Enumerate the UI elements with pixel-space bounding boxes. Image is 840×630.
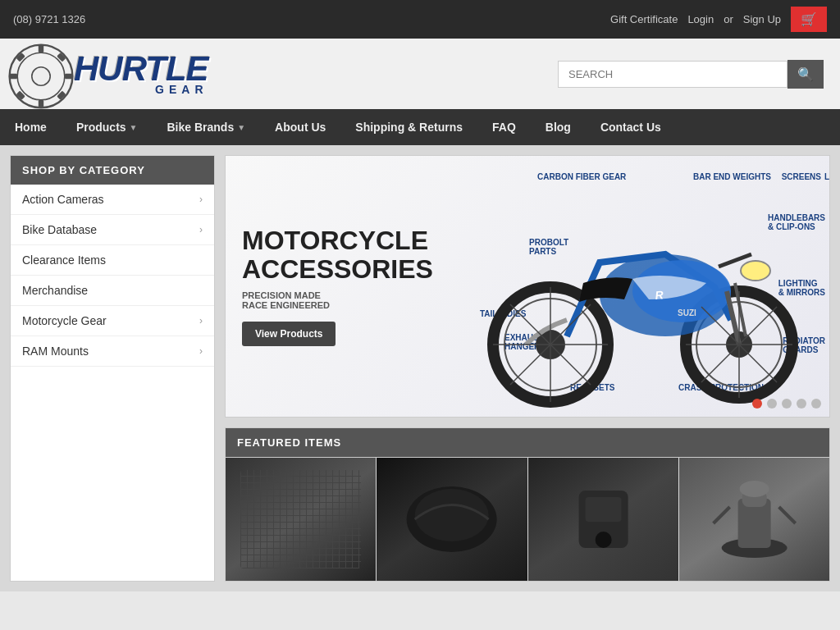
logo[interactable]: HURTLE GEAR bbox=[16, 52, 208, 96]
sidebar-item-bike-database[interactable]: Bike Database › bbox=[11, 215, 214, 245]
product-image-3 bbox=[528, 458, 678, 581]
phone-number: (08) 9721 1326 bbox=[13, 13, 85, 25]
chevron-icon-action-cameras: › bbox=[199, 194, 203, 205]
svg-point-22 bbox=[741, 261, 770, 281]
gear-icon bbox=[8, 43, 74, 109]
svg-line-43 bbox=[778, 507, 795, 523]
hero-slider: MOTORCYCLE ACCESSORIES PRECISION MADERAC… bbox=[225, 155, 830, 418]
slider-dots bbox=[752, 399, 821, 409]
logo-text: HURTLE bbox=[74, 52, 208, 86]
nav-blog[interactable]: Blog bbox=[531, 109, 586, 145]
dot-2[interactable] bbox=[767, 399, 777, 409]
content-area: SHOP BY CATEGORY Action Cameras › Bike D… bbox=[0, 145, 840, 591]
login-link[interactable]: Login bbox=[687, 13, 714, 25]
top-bar-right: Gift Certificate Login or Sign Up 🛒 bbox=[610, 7, 827, 32]
main-content: MOTORCYCLE ACCESSORIES PRECISION MADERAC… bbox=[225, 155, 830, 582]
featured-item-1[interactable] bbox=[226, 458, 377, 581]
nav-shipping[interactable]: Shipping & Returns bbox=[340, 109, 477, 145]
main-nav: Home Products ▼ Bike Brands ▼ About Us S… bbox=[0, 109, 840, 145]
nav-contact[interactable]: Contact Us bbox=[586, 109, 676, 145]
nav-bike-brands[interactable]: Bike Brands ▼ bbox=[153, 109, 261, 145]
cart-button[interactable]: 🛒 bbox=[791, 7, 827, 32]
product-image-2 bbox=[377, 458, 527, 581]
or-text: or bbox=[724, 13, 733, 25]
featured-item-4[interactable] bbox=[679, 458, 829, 581]
sidebar-label-action-cameras: Action Cameras bbox=[22, 193, 104, 206]
sidebar-item-motorcycle-gear[interactable]: Motorcycle Gear › bbox=[11, 306, 214, 336]
sidebar-label-motorcycle-gear: Motorcycle Gear bbox=[22, 314, 107, 327]
nav-products[interactable]: Products ▼ bbox=[62, 109, 153, 145]
svg-rect-3 bbox=[39, 45, 43, 53]
sidebar-label-ram-mounts: RAM Mounts bbox=[22, 345, 89, 358]
sidebar-label-bike-database: Bike Database bbox=[22, 223, 97, 236]
svg-point-41 bbox=[739, 481, 769, 497]
slider-content: MOTORCYCLE ACCESSORIES PRECISION MADERAC… bbox=[226, 156, 829, 417]
product-image-4 bbox=[679, 458, 829, 581]
chevron-icon-bike-database: › bbox=[199, 224, 203, 235]
dot-5[interactable] bbox=[811, 399, 821, 409]
chevron-icon-motorcycle-gear: › bbox=[199, 315, 203, 326]
featured-item-3[interactable] bbox=[528, 458, 679, 581]
slider-subtitle: PRECISION MADERACE ENGINEERED bbox=[242, 290, 439, 310]
svg-rect-36 bbox=[585, 497, 621, 522]
sidebar-label-merchandise: Merchandise bbox=[22, 284, 88, 297]
sidebar: SHOP BY CATEGORY Action Cameras › Bike D… bbox=[10, 155, 215, 582]
search-button[interactable]: 🔍 bbox=[788, 60, 824, 89]
svg-line-42 bbox=[713, 507, 729, 523]
svg-point-2 bbox=[32, 67, 50, 85]
nav-home[interactable]: Home bbox=[0, 109, 62, 145]
svg-point-34 bbox=[415, 489, 489, 541]
logo-area: HURTLE GEAR bbox=[16, 52, 208, 96]
signup-link[interactable]: Sign Up bbox=[743, 13, 781, 25]
header: HURTLE GEAR 🔍 bbox=[0, 39, 840, 109]
search-area: 🔍 bbox=[558, 60, 824, 89]
dot-3[interactable] bbox=[782, 399, 792, 409]
chevron-icon-ram-mounts: › bbox=[199, 345, 203, 357]
dot-1[interactable] bbox=[752, 399, 762, 409]
sidebar-item-merchandise[interactable]: Merchandise bbox=[11, 276, 214, 306]
sidebar-item-ram-mounts[interactable]: RAM Mounts › bbox=[11, 336, 214, 367]
featured-header: FEATURED ITEMS bbox=[225, 427, 830, 458]
sidebar-label-clearance: Clearance Items bbox=[22, 253, 106, 267]
products-arrow: ▼ bbox=[130, 123, 138, 132]
nav-faq[interactable]: FAQ bbox=[477, 109, 531, 145]
gift-certificate-link[interactable]: Gift Certificate bbox=[610, 13, 678, 25]
slider-title: MOTORCYCLE ACCESSORIES bbox=[242, 226, 439, 284]
search-input[interactable] bbox=[558, 61, 788, 88]
sidebar-header: SHOP BY CATEGORY bbox=[11, 156, 214, 185]
nav-about-us[interactable]: About Us bbox=[260, 109, 340, 145]
featured-item-2[interactable] bbox=[377, 458, 527, 581]
bike-image: R SUZI bbox=[436, 156, 829, 418]
svg-point-37 bbox=[595, 532, 611, 548]
bike-brands-arrow: ▼ bbox=[237, 123, 245, 132]
featured-grid bbox=[225, 458, 830, 582]
svg-text:SUZI: SUZI bbox=[678, 308, 696, 317]
sidebar-item-action-cameras[interactable]: Action Cameras › bbox=[11, 185, 214, 215]
top-bar: (08) 9721 1326 Gift Certificate Login or… bbox=[0, 0, 840, 39]
slider-text: MOTORCYCLE ACCESSORIES PRECISION MADERAC… bbox=[242, 226, 439, 346]
svg-rect-5 bbox=[10, 74, 18, 79]
svg-rect-4 bbox=[39, 100, 43, 108]
dot-4[interactable] bbox=[797, 399, 806, 409]
sidebar-item-clearance[interactable]: Clearance Items bbox=[11, 245, 214, 276]
view-products-button[interactable]: View Products bbox=[242, 322, 336, 346]
product-image-1 bbox=[240, 470, 361, 568]
svg-rect-6 bbox=[65, 74, 73, 79]
